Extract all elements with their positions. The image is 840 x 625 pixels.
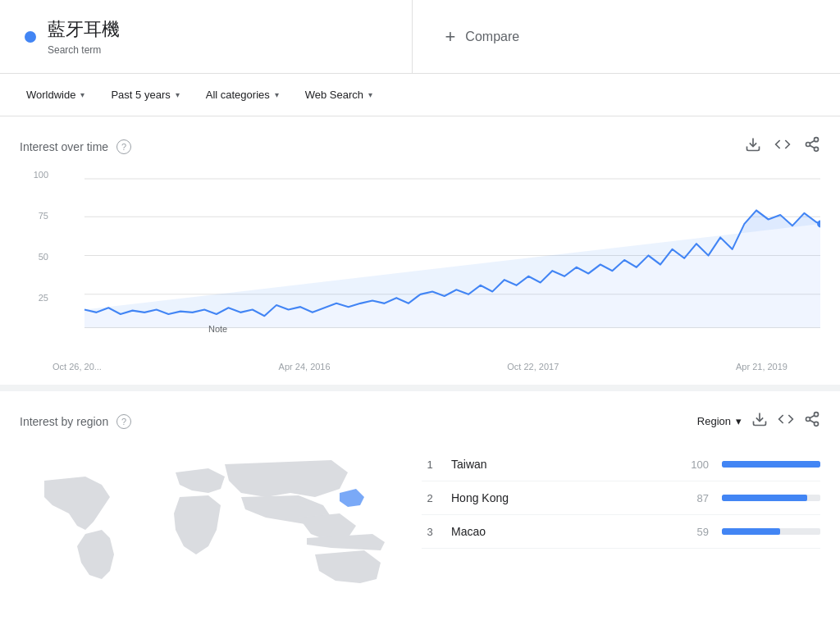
chevron-down-icon: ▾ (176, 90, 180, 99)
svg-point-3 (815, 147, 819, 151)
svg-point-15 (815, 413, 819, 417)
x-label-3: Apr 21, 2019 (736, 362, 788, 372)
region-title-group: Interest by region ? (20, 414, 131, 429)
y-label-25: 25 (20, 293, 48, 303)
filter-location[interactable]: Worldwide ▾ (16, 82, 94, 107)
y-label-50: 50 (20, 252, 48, 262)
interest-by-region-section: Interest by region ? Region ▾ (0, 391, 840, 625)
svg-point-16 (806, 417, 810, 422)
rank-bar (722, 461, 820, 468)
search-term-section: 藍牙耳機 Search term (0, 0, 413, 73)
chart-svg (20, 170, 820, 350)
share-icon[interactable] (804, 136, 820, 157)
chevron-down-icon: ▾ (80, 90, 84, 99)
world-map (20, 448, 397, 612)
y-axis-labels: 100 75 50 25 (20, 170, 48, 350)
region-embed-icon[interactable] (778, 411, 794, 431)
rank-number: 2 (422, 492, 438, 504)
rank-value: 100 (680, 458, 709, 471)
download-icon[interactable] (745, 136, 761, 157)
chevron-down-icon: ▾ (736, 415, 742, 427)
section-title-group: Interest over time ? (20, 139, 131, 154)
y-label-75: 75 (20, 211, 48, 221)
filter-category-label: All categories (206, 89, 270, 101)
rankings-list: 1 Taiwan 100 2 Hong Kong 87 3 Macao 59 (422, 448, 820, 612)
rank-number: 3 (422, 526, 438, 538)
note-label: Note (208, 324, 227, 334)
chevron-down-icon: ▾ (275, 90, 279, 99)
search-term-text: 藍牙耳機 Search term (48, 17, 120, 56)
filter-search-type-label: Web Search (305, 89, 363, 101)
table-row: 3 Macao 59 (422, 515, 820, 549)
section-actions (745, 136, 820, 157)
region-dropdown-btn[interactable]: Region ▾ (697, 415, 742, 427)
region-dropdown-label: Region (697, 415, 731, 427)
map-svg (20, 448, 397, 612)
svg-line-5 (810, 140, 815, 143)
filter-location-label: Worldwide (26, 89, 75, 101)
embed-icon[interactable] (774, 136, 791, 157)
rank-region-name: Hong Kong (451, 491, 667, 504)
svg-line-19 (810, 415, 815, 417)
region-download-icon[interactable] (751, 411, 768, 431)
rank-value: 87 (680, 492, 709, 504)
region-share-icon[interactable] (804, 411, 820, 431)
x-axis-labels: Oct 26, 20... Apr 24, 2016 Oct 22, 2017 … (20, 358, 820, 372)
svg-line-18 (810, 420, 815, 422)
term-color-dot (25, 31, 36, 43)
header: 藍牙耳機 Search term + Compare (0, 0, 840, 74)
table-row: 2 Hong Kong 87 (422, 481, 820, 515)
help-icon[interactable]: ? (116, 139, 131, 154)
rank-region-name: Taiwan (451, 458, 667, 471)
rank-bar-container (722, 528, 820, 535)
rank-bar (722, 495, 807, 501)
rank-number: 1 (422, 458, 438, 471)
interest-chart: 100 75 50 25 Note (20, 170, 820, 350)
section-divider (0, 385, 840, 391)
svg-point-17 (815, 422, 819, 426)
interest-over-time-section: Interest over time ? (0, 116, 840, 385)
svg-point-2 (806, 143, 810, 147)
search-term-title: 藍牙耳機 (48, 17, 120, 42)
section-header: Interest over time ? (20, 136, 820, 157)
rank-bar-container (722, 461, 820, 468)
x-label-2: Oct 22, 2017 (507, 362, 559, 372)
rank-value: 59 (680, 526, 709, 538)
plus-icon: + (445, 26, 456, 48)
interest-by-region-title: Interest by region (20, 415, 108, 428)
filter-category[interactable]: All categories ▾ (196, 82, 289, 107)
search-term-label: Search term (48, 44, 120, 56)
rank-bar-container (722, 495, 820, 501)
compare-label: Compare (465, 30, 519, 44)
region-header: Interest by region ? Region ▾ (20, 411, 820, 431)
x-label-0: Oct 26, 20... (52, 362, 102, 372)
svg-line-4 (810, 145, 815, 148)
filter-time-label: Past 5 years (111, 89, 170, 101)
region-actions: Region ▾ (697, 411, 820, 431)
compare-section[interactable]: + Compare (413, 0, 841, 73)
svg-point-1 (815, 138, 819, 142)
filter-search-type[interactable]: Web Search ▾ (295, 82, 382, 107)
x-label-1: Apr 24, 2016 (279, 362, 331, 372)
filter-time[interactable]: Past 5 years ▾ (101, 82, 189, 107)
filter-bar: Worldwide ▾ Past 5 years ▾ All categorie… (0, 74, 840, 116)
y-label-100: 100 (20, 170, 48, 180)
table-row: 1 Taiwan 100 (422, 448, 820, 481)
rank-region-name: Macao (451, 525, 667, 538)
interest-over-time-title: Interest over time (20, 140, 108, 153)
help-icon-region[interactable]: ? (116, 414, 131, 429)
chevron-down-icon: ▾ (368, 90, 372, 99)
rank-bar (722, 528, 780, 535)
region-content: 1 Taiwan 100 2 Hong Kong 87 3 Macao 59 (20, 448, 820, 612)
